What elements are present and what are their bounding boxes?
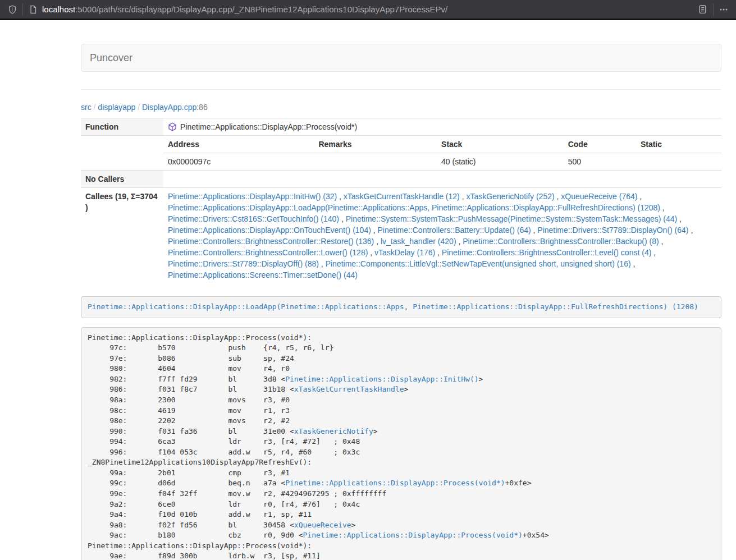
cell-static — [636, 153, 721, 171]
callee-link[interactable]: xTaskGetCurrentTaskHandle (12) — [344, 192, 460, 201]
col-remarks: Remarks — [314, 136, 437, 153]
url-bar[interactable]: localhost:5000/path/src/displayapp/Displ… — [42, 0, 698, 19]
toolbar-divider — [22, 3, 23, 16]
table-row-details: Address Remarks Stack Code Static 0x0000… — [81, 136, 721, 171]
callees-label: Callees (19, Σ=3704 ) — [81, 188, 163, 284]
table-row-function: Function Pinetime::Applications::Display… — [81, 118, 721, 136]
details-row-header — [81, 136, 163, 171]
callers-cell — [163, 171, 721, 188]
callee-link[interactable]: Pinetime::Controllers::BrightnessControl… — [442, 248, 651, 257]
cube-icon — [168, 122, 177, 131]
assembly-symbol-link[interactable]: xQueueReceive — [294, 521, 351, 529]
brand-link[interactable]: Puncover — [81, 52, 141, 64]
callee-link[interactable]: Pinetime::Applications::Screens::Timer::… — [168, 270, 358, 279]
callee-link[interactable]: Pinetime::System::SystemTask::PushMessag… — [346, 214, 678, 223]
col-stack: Stack — [437, 136, 564, 153]
col-code: Code — [564, 136, 636, 153]
cell-remarks — [314, 153, 437, 171]
function-name-cell: Pinetime::Applications::DisplayApp::Proc… — [163, 118, 721, 136]
callee-link[interactable]: xQueueReceive (764) — [561, 192, 637, 201]
callee-link[interactable]: Pinetime::Drivers::St7789::DisplayOn() (… — [537, 226, 688, 235]
callee-link[interactable]: Pinetime::Drivers::Cst816S::GetTouchInfo… — [168, 214, 339, 223]
cell-stack: 40 (static) — [437, 153, 564, 171]
function-table: Function Pinetime::Applications::Display… — [81, 118, 721, 283]
callees-list: Pinetime::Applications::DisplayApp::Init… — [163, 188, 721, 284]
loadapp-snippet-box: Pinetime::Applications::DisplayApp::Load… — [81, 296, 721, 318]
breadcrumb-link[interactable]: src — [81, 103, 92, 112]
page: Puncover src / displayapp / DisplayApp.c… — [0, 44, 736, 560]
breadcrumb-separator: / — [92, 103, 98, 112]
assembly-symbol-link[interactable]: Pinetime::Applications::DisplayApp::Proc… — [303, 531, 523, 539]
page-icon[interactable] — [29, 5, 38, 14]
address-table-header: Address Remarks Stack Code Static — [163, 136, 721, 153]
toolbar-divider — [713, 3, 714, 16]
callee-link[interactable]: lv_task_handler (420) — [381, 237, 456, 246]
callee-link[interactable]: Pinetime::Components::LittleVgl::SetNewT… — [326, 259, 631, 268]
url-path: :5000/path/src/displayapp/DisplayApp.cpp… — [75, 4, 447, 14]
no-callers-label: No Callers — [81, 171, 163, 188]
breadcrumb: src / displayapp / DisplayApp.cpp:86 — [81, 102, 721, 113]
assembly-symbol-link[interactable]: xTaskGenericNotify — [294, 427, 373, 435]
callee-link[interactable]: vTaskDelay (176) — [374, 248, 435, 257]
function-name: Pinetime::Applications::DisplayApp::Proc… — [180, 122, 357, 131]
address-table-row: 0x0000097c 40 (static) 500 — [163, 153, 721, 171]
cell-code: 500 — [564, 153, 636, 171]
breadcrumb-line-number: :86 — [196, 103, 207, 112]
table-row-callers: No Callers — [81, 171, 721, 188]
menu-dots-icon[interactable] — [719, 5, 728, 14]
reader-mode-icon[interactable] — [698, 4, 707, 14]
callee-link[interactable]: Pinetime::Controllers::BrightnessControl… — [463, 237, 659, 246]
loadapp-link[interactable]: Pinetime::Applications::DisplayApp::Load… — [88, 302, 698, 311]
col-static: Static — [636, 136, 721, 153]
cell-address: 0x0000097c — [163, 153, 314, 171]
breadcrumb-link[interactable]: DisplayApp.cpp — [142, 103, 196, 112]
shield-icon[interactable] — [8, 5, 17, 14]
callee-link[interactable]: Pinetime::Controllers::BrightnessControl… — [168, 237, 374, 246]
callee-link[interactable]: Pinetime::Applications::DisplayApp::OnTo… — [168, 226, 371, 235]
callee-link[interactable]: Pinetime::Controllers::BrightnessControl… — [168, 248, 368, 257]
navbar: Puncover — [81, 44, 721, 72]
callee-link[interactable]: xTaskGenericNotify (252) — [466, 192, 554, 201]
details-cell: Address Remarks Stack Code Static 0x0000… — [163, 136, 721, 171]
disassembly-box: Pinetime::Applications::DisplayApp::Proc… — [81, 327, 721, 560]
breadcrumb-separator: / — [135, 103, 142, 112]
assembly-symbol-link[interactable]: xTaskGetCurrentTaskHandle — [294, 385, 404, 393]
breadcrumb-link[interactable]: displayapp — [98, 103, 135, 112]
assembly-symbol-link[interactable]: Pinetime::Applications::DisplayApp::Proc… — [285, 479, 505, 487]
address-table: Address Remarks Stack Code Static 0x0000… — [163, 136, 721, 170]
callee-link[interactable]: Pinetime::Drivers::St7789::DisplayOff() … — [168, 259, 319, 268]
assembly-symbol-link[interactable]: Pinetime::Applications::DisplayApp::Init… — [285, 375, 478, 383]
col-address: Address — [163, 136, 314, 153]
callee-link[interactable]: Pinetime::Controllers::Battery::Update()… — [378, 226, 531, 235]
function-label: Function — [81, 118, 163, 136]
url-host: localhost — [42, 4, 75, 14]
table-row-callees: Callees (19, Σ=3704 ) Pinetime::Applicat… — [81, 188, 721, 284]
divider — [81, 89, 721, 90]
callee-link[interactable]: Pinetime::Applications::DisplayApp::Load… — [168, 203, 660, 212]
callee-link[interactable]: Pinetime::Applications::DisplayApp::Init… — [168, 192, 337, 201]
browser-toolbar: localhost:5000/path/src/displayapp/Displ… — [0, 0, 736, 20]
